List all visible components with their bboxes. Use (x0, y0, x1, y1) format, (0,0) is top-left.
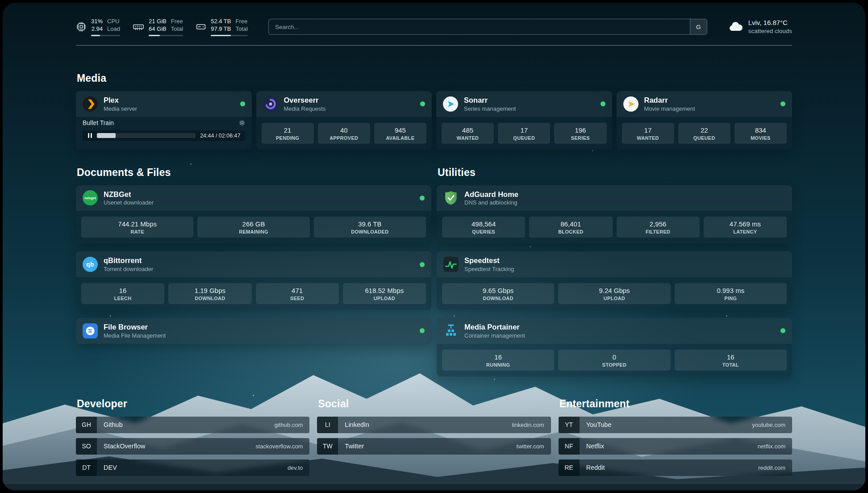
qbittorrent-header[interactable]: qb qBittorrent Torrent downloader (76, 251, 431, 277)
stat-label: WANTED (624, 135, 672, 141)
stat-wanted: 17 WANTED (622, 123, 674, 144)
service-description: Speedtest Tracking (464, 266, 514, 272)
stat-label: UPLOAD (560, 296, 668, 301)
search-input[interactable] (269, 19, 690, 34)
dashboard-content: 31% 2.94 CPU Load (3, 3, 865, 490)
overseerr-icon (263, 96, 278, 112)
speedtest-header[interactable]: Speedtest Speedtest Tracking (437, 251, 792, 277)
status-indicator (420, 101, 425, 106)
bookmark-domain: stackoverflow.com (255, 443, 309, 450)
stat-value: 9.65 Gbps (444, 287, 552, 295)
service-name: Sonarr (464, 96, 516, 104)
service-card-nzbget[interactable]: nzbget NZBGet Usenet downloader 744.21 M… (76, 185, 431, 244)
speedtest-title-block: Speedtest Speedtest Tracking (464, 256, 514, 272)
service-description: Torrent downloader (104, 266, 153, 272)
stat-queued: 22 QUEUED (678, 123, 730, 144)
radarr-header[interactable]: Radarr Movie management (617, 91, 793, 117)
qbittorrent-stats: 16 LEECH 1.19 Gbps DOWNLOAD 471 SEED (76, 277, 431, 310)
service-card-filebrowser[interactable]: File Browser Media File Management (76, 318, 431, 344)
playback-progress-track[interactable] (97, 133, 196, 138)
sonarr-title-block: Sonarr Series management (464, 96, 516, 112)
weather-condition: scattered clouds (748, 27, 792, 35)
stat-value: 47.569 ms (705, 220, 785, 229)
nzbget-icon: nzbget (83, 190, 98, 205)
utilities-stack: AdGuard Home DNS and adblocking 498,564 … (437, 185, 792, 376)
service-card-plex[interactable]: Plex Media server Bullet Train (76, 91, 252, 150)
service-card-sonarr[interactable]: Sonarr Series management 485 WANTED 17 Q… (436, 91, 612, 150)
cpu-label-top: CPU (107, 18, 120, 25)
search-provider-button[interactable]: G (690, 19, 707, 34)
svg-text:nzbget: nzbget (84, 196, 96, 201)
bookmark-linkedin[interactable]: LI LinkedIn linkedin.com (317, 417, 551, 433)
speedtest-icon (443, 257, 459, 272)
stat-value: 39.6 TB (316, 220, 424, 229)
bookmark-group-entertainment: Entertainment YT YouTube youtube.com NF … (559, 398, 792, 481)
stat-value: 744.21 Mbps (83, 220, 192, 229)
bookmark-stackoverflow[interactable]: SO StackOverflow stackoverflow.com (76, 438, 309, 455)
disk-icon (196, 21, 206, 32)
bookmark-youtube[interactable]: YT YouTube youtube.com (559, 417, 792, 433)
bookmark-abbr: RE (559, 460, 580, 476)
service-card-adguard[interactable]: AdGuard Home DNS and adblocking 498,564 … (437, 185, 792, 244)
weather-widget: Lviv, 16.87°C scattered clouds (728, 18, 792, 35)
search-bar[interactable]: G (268, 19, 707, 35)
overseerr-title-block: Overseerr Media Requests (284, 96, 326, 112)
gear-icon[interactable] (239, 120, 245, 126)
service-card-qbittorrent[interactable]: qb qBittorrent Torrent downloader 16 (76, 251, 431, 310)
service-card-portainer[interactable]: Media Portainer Container management 16 … (437, 318, 792, 376)
disk-usage-bar (211, 35, 248, 36)
status-indicator (780, 101, 785, 106)
bookmark-github[interactable]: GH Github github.com (76, 417, 309, 433)
sonarr-header[interactable]: Sonarr Series management (436, 91, 612, 117)
bookmark-abbr: LI (317, 417, 338, 433)
bookmark-dev[interactable]: DT DEV dev.to (76, 460, 309, 476)
bookmark-name: YouTube (580, 421, 752, 428)
stat-movies: 834 MOVIES (734, 123, 787, 144)
status-indicator (780, 328, 785, 333)
stat-upload: 618.52 Mbps UPLOAD (343, 283, 426, 304)
section-utilities: Utilities (437, 167, 792, 376)
service-description: Series management (464, 105, 516, 112)
stat-label: FILTERED (618, 229, 698, 234)
overseerr-header[interactable]: Overseerr Media Requests (256, 91, 432, 117)
bookmark-netflix[interactable]: NF Netflix netflix.com (559, 438, 792, 455)
adguard-header[interactable]: AdGuard Home DNS and adblocking (437, 185, 792, 211)
resource-widgets: 31% 2.94 CPU Load (76, 18, 248, 36)
service-description: DNS and adblocking (464, 199, 518, 206)
service-name: Radarr (644, 96, 695, 104)
stat-label: DOWNLOAD (170, 296, 250, 301)
stat-downloaded: 39.6 TB DOWNLOADED (314, 217, 426, 238)
service-card-radarr[interactable]: Radarr Movie management 17 WANTED 22 QUE… (617, 91, 793, 150)
service-card-overseerr[interactable]: Overseerr Media Requests 21 PENDING 40 A… (256, 91, 432, 150)
memory-usage-bar (149, 35, 183, 36)
pause-icon[interactable] (87, 133, 92, 138)
memory-total: 64 GiB (149, 25, 167, 33)
stat-label: QUEUED (500, 135, 548, 141)
filebrowser-icon (83, 323, 98, 338)
stat-label: LEECH (83, 296, 163, 301)
stat-value: 16 (444, 353, 552, 362)
service-name: Speedtest (464, 256, 514, 265)
portainer-header[interactable]: Media Portainer Container management (437, 318, 792, 344)
stat-label: SEED (258, 296, 337, 301)
stat-label: STOPPED (560, 362, 668, 368)
sonarr-icon (443, 96, 458, 112)
dashboard-frame: 31% 2.94 CPU Load (3, 3, 865, 490)
service-description: Media Requests (284, 105, 326, 112)
bookmark-reddit[interactable]: RE Reddit reddit.com (559, 460, 792, 476)
stat-label: RATE (83, 229, 192, 234)
media-grid: Plex Media server Bullet Train (76, 91, 792, 150)
disk-label-bottom: Total (235, 25, 247, 33)
stat-label: PING (676, 296, 785, 301)
portainer-icon (443, 323, 459, 338)
middle-columns: Documents & Files nzbget NZBGet Usenet d… (76, 167, 792, 376)
filebrowser-header[interactable]: File Browser Media File Management (76, 318, 431, 344)
stat-ping: 0.993 ms PING (675, 283, 787, 304)
stat-value: 485 (443, 126, 492, 135)
stat-value: 618.52 Mbps (345, 287, 424, 295)
nzbget-header[interactable]: nzbget NZBGet Usenet downloader (76, 185, 431, 211)
plex-header[interactable]: Plex Media server (76, 91, 252, 117)
bookmark-twitter[interactable]: TW Twitter twitter.com (317, 438, 551, 455)
stat-value: 1.19 Gbps (170, 287, 250, 295)
service-card-speedtest[interactable]: Speedtest Speedtest Tracking 9.65 Gbps D… (437, 251, 792, 310)
